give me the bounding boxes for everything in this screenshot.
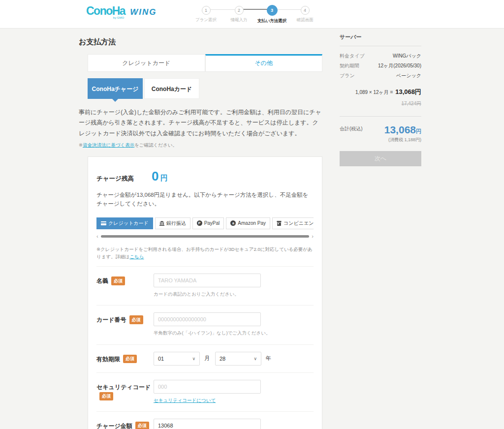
row-contract-period: 契約期間 12ヶ月(2026/05/30) xyxy=(340,61,421,71)
charge-amount-label: チャージ金額必須 xyxy=(96,419,154,429)
method-tab-amazon-pay[interactable]: a Amazon Pay xyxy=(226,217,270,229)
step-info-input: 2 情報入力 xyxy=(222,5,255,24)
total-label: 合計(税込) xyxy=(340,125,363,135)
expiry-month-suffix: 月 xyxy=(204,355,210,362)
field-charge-amount: チャージ金額必須 「チャージする」ボタンをクリックすると決済します。 必ずCon… xyxy=(96,411,314,429)
method-tab-label: コンビニエンスストア xyxy=(284,220,314,227)
expiry-year-value: 28 xyxy=(220,356,225,362)
security-code-label: セキュリティコード必須 xyxy=(96,380,154,404)
method-tab-paypal[interactable]: P PayPal xyxy=(192,217,224,229)
chevron-down-icon: ∨ xyxy=(192,356,195,361)
total-value: 13,068円 xyxy=(384,124,421,135)
required-badge: 必須 xyxy=(99,392,113,400)
page-title: お支払方法 xyxy=(79,37,323,47)
method-tab-label: クレジットカード xyxy=(108,220,149,227)
name-label: 名義必須 xyxy=(96,274,154,298)
expiry-year-select[interactable]: 28 ∨ xyxy=(215,352,261,366)
header: ConoHa by GMO WING 1 プラン選択 2 情報入力 3 支払い方… xyxy=(0,0,504,29)
other-method-subtabs: ConoHaチャージ ConoHaカード xyxy=(88,78,323,99)
method-tab-label: 銀行振込 xyxy=(166,220,186,227)
name-helper-text: カードの表記のとおりご入力ください。 xyxy=(154,290,314,298)
charge-panel: チャージ残高 0 円 チャージ金額が13,068円足りません。以下からチャージ方… xyxy=(88,156,322,429)
tab-credit-card[interactable]: クレジットカード xyxy=(88,54,205,72)
amazon-pay-icon: a xyxy=(230,220,236,226)
step-3-circle: 3 xyxy=(267,5,278,16)
method-tabs-scrollbar: ‹ › xyxy=(96,234,314,239)
logo-wing-text: WING xyxy=(130,7,157,17)
required-badge: 必須 xyxy=(111,276,125,285)
step-2-label: 情報入力 xyxy=(222,17,255,23)
field-expiry: 有効期限必須 01 ∨ 月 28 ∨ 年 xyxy=(96,344,314,372)
scroll-left-arrow[interactable]: ‹ xyxy=(96,234,98,239)
charge-balance-label: チャージ残高 xyxy=(96,175,152,183)
scrollbar-thumb[interactable] xyxy=(101,235,310,238)
method-tab-bank-transfer[interactable]: 銀行振込 xyxy=(155,217,190,229)
charge-balance-value: 0 xyxy=(152,169,158,184)
convenience-store-icon xyxy=(277,221,282,226)
tab-conoha-charge[interactable]: ConoHaチャージ xyxy=(88,78,143,99)
step-plan-select: 1 プラン選択 xyxy=(189,5,222,24)
sidebar-divider xyxy=(340,116,421,117)
card-number-helper-text: 半角数字のみ(「-(ハイフン)」なし)でご入力ください。 xyxy=(154,329,314,337)
step-3-label: 支払い方法選択 xyxy=(255,18,288,24)
tab-conoha-card[interactable]: ConoHaカード xyxy=(144,78,199,99)
step-4-circle: 4 xyxy=(301,6,310,15)
conoha-wing-logo[interactable]: ConoHa by GMO WING xyxy=(86,5,157,19)
required-badge: 必須 xyxy=(135,422,149,429)
scroll-right-arrow[interactable]: › xyxy=(312,234,314,239)
logo-brand-group: ConoHa by GMO xyxy=(86,5,125,19)
legal-prefix: ※ xyxy=(79,142,83,148)
method-tab-label: PayPal xyxy=(204,220,220,226)
card-form: 名義必須 カードの表記のとおりご入力ください。 カード番号必須 半角数字のみ(「… xyxy=(96,266,314,429)
chevron-down-icon: ∨ xyxy=(253,356,257,361)
price-calculation: 1,089 × 12ヶ月 = 13,068円 xyxy=(340,88,421,96)
main-content: お支払方法 クレジットカード その他 ConoHaチャージ ConoHaカード … xyxy=(79,37,323,429)
step-payment-select: 3 支払い方法選択 xyxy=(255,5,288,24)
expiry-month-select[interactable]: 01 ∨ xyxy=(154,352,200,366)
progress-steps: 1 プラン選択 2 情報入力 3 支払い方法選択 4 確認画面 xyxy=(189,5,321,24)
method-tab-credit-card[interactable]: クレジットカード xyxy=(96,217,153,229)
row-plan: プラン ベーシック xyxy=(340,71,421,81)
legal-suffix: をご確認ください。 xyxy=(134,142,177,148)
step-1-label: プラン選択 xyxy=(189,17,222,23)
charge-shortage-text: チャージ金額が13,068円足りません。以下からチャージ方法を選択し、不足金額を… xyxy=(96,190,314,209)
paypal-icon: P xyxy=(197,220,202,226)
payment-type-tabs: クレジットカード その他 xyxy=(88,54,322,72)
row-price-type: 料金タイプ WINGパック xyxy=(340,51,421,61)
next-button[interactable]: 次へ xyxy=(340,151,421,166)
funds-settlement-law-link[interactable]: 資金決済法に基づく表示 xyxy=(83,142,134,148)
order-summary-sidebar: サーバー 料金タイプ WINGパック 契約期間 12ヶ月(2026/05/30)… xyxy=(340,33,421,166)
expiry-month-value: 01 xyxy=(158,356,164,362)
method-tab-label: Amazon Pay xyxy=(238,220,266,226)
step-2-circle: 2 xyxy=(235,6,244,15)
tab-other[interactable]: その他 xyxy=(205,54,323,72)
method-tab-convenience-store[interactable]: コンビニエンスストア xyxy=(272,217,314,229)
sidebar-title: サーバー xyxy=(340,33,421,46)
bank-icon xyxy=(159,221,164,226)
field-card-holder-name: 名義必須 カードの表記のとおりご入力ください。 xyxy=(96,266,314,305)
required-badge: 必須 xyxy=(123,355,137,363)
card-number-label: カード番号必須 xyxy=(96,312,154,337)
required-badge: 必須 xyxy=(129,315,143,324)
original-price-strikethrough: 17,424円 xyxy=(340,100,421,107)
calc-total: 13,068円 xyxy=(395,88,421,95)
expiry-year-suffix: 年 xyxy=(266,355,271,362)
security-code-about-link[interactable]: セキュリティコードについて xyxy=(154,398,216,403)
charge-description: 事前にチャージ(入金)した金額分のみご利用可能です。ご利用金額は、利用日の翌日に… xyxy=(79,107,323,139)
field-security-code: セキュリティコード必須 セキュリティコードについて xyxy=(96,372,314,411)
step-1-circle: 1 xyxy=(202,6,211,15)
legal-note: ※資金決済法に基づく表示をご確認ください。 xyxy=(79,142,323,149)
step-confirm: 4 確認画面 xyxy=(288,5,321,24)
sidebar-rows: 料金タイプ WINGパック 契約期間 12ヶ月(2026/05/30) プラン … xyxy=(340,46,421,82)
charge-amount-input[interactable] xyxy=(154,419,261,429)
expiry-label: 有効期限必須 xyxy=(96,352,154,366)
card-number-input[interactable] xyxy=(154,312,261,326)
security-code-input[interactable] xyxy=(154,380,261,394)
credit-card-icon xyxy=(101,221,106,225)
3d-secure-detail-link[interactable]: こちら xyxy=(129,254,144,259)
card-holder-name-input[interactable] xyxy=(154,274,261,287)
logo-brand-text: ConoHa xyxy=(86,5,125,17)
secure-note-text: ※クレジットカードをご利用される場合、お手持ちのカードが3Dセキュア2.0に対応… xyxy=(96,246,313,259)
field-card-number: カード番号必須 半角数字のみ(「-(ハイフン)」なし)でご入力ください。 xyxy=(96,305,314,344)
step-4-label: 確認画面 xyxy=(288,17,321,23)
